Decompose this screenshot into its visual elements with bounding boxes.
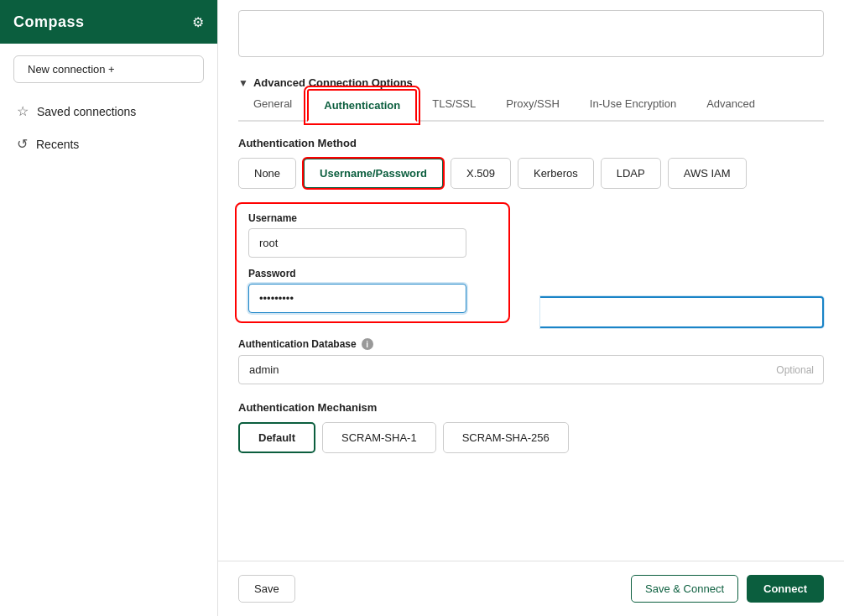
main-content: ▼ Advanced Connection Options General Au… <box>218 0 844 616</box>
auth-method-x509[interactable]: X.509 <box>451 158 511 189</box>
auth-database-label-row: Authentication Database i <box>238 338 824 350</box>
auth-method-ldap[interactable]: LDAP <box>601 158 661 189</box>
recents-icon: ↺ <box>17 136 28 152</box>
tab-authentication[interactable]: Authentication <box>307 89 417 122</box>
app-title: Compass <box>13 13 85 31</box>
sidebar-item-saved-connections[interactable]: ☆ Saved connections <box>0 95 217 128</box>
credentials-highlight-box: Username Password <box>238 206 507 320</box>
password-input[interactable] <box>248 284 466 313</box>
sidebar-item-label: Saved connections <box>37 105 136 118</box>
password-label: Password <box>248 268 497 279</box>
tab-proxy-ssh[interactable]: Proxy/SSH <box>491 89 575 122</box>
auth-method-section: Authentication Method None Username/Pass… <box>238 137 824 189</box>
auth-database-input[interactable] <box>238 355 824 384</box>
saved-connections-icon: ☆ <box>17 103 29 119</box>
auth-method-kerberos[interactable]: Kerberos <box>518 158 594 189</box>
tab-advanced[interactable]: Advanced <box>691 89 770 122</box>
auth-mech-scram-sha-1[interactable]: SCRAM-SHA-1 <box>322 422 436 453</box>
auth-method-buttons: None Username/Password X.509 Kerberos LD… <box>238 158 824 189</box>
username-input[interactable] <box>248 228 466 258</box>
auth-mechanism-label: Authentication Mechanism <box>238 401 824 414</box>
auth-method-none[interactable]: None <box>238 158 296 189</box>
sidebar: Compass ⚙ New connection + ☆ Saved conne… <box>0 0 218 616</box>
auth-database-info-icon[interactable]: i <box>362 338 373 350</box>
sidebar-item-label: Recents <box>36 138 79 151</box>
password-field-right-extension <box>540 296 824 328</box>
footer: Save Save & Connect Connect <box>218 561 844 616</box>
password-field-group: Password <box>248 268 497 313</box>
auth-mech-default[interactable]: Default <box>238 422 315 453</box>
auth-database-label: Authentication Database <box>238 338 357 350</box>
footer-right-buttons: Save & Connect Connect <box>631 575 824 603</box>
connection-tabs: General Authentication TLS/SSL Proxy/SSH… <box>238 89 824 122</box>
auth-mechanism-buttons: Default SCRAM-SHA-1 SCRAM-SHA-256 <box>238 422 824 453</box>
auth-method-aws-iam[interactable]: AWS IAM <box>668 158 747 189</box>
save-button[interactable]: Save <box>238 575 295 603</box>
auth-database-input-wrap: Optional <box>238 355 824 384</box>
tab-in-use-encryption[interactable]: In-Use Encryption <box>575 89 691 122</box>
advanced-toggle[interactable]: ▼ Advanced Connection Options <box>238 70 824 89</box>
tab-tls-ssl[interactable]: TLS/SSL <box>417 89 491 122</box>
auth-mechanism-section: Authentication Mechanism Default SCRAM-S… <box>238 401 824 453</box>
username-field-group: Username <box>248 212 497 258</box>
password-field-extension <box>540 296 824 328</box>
connect-button[interactable]: Connect <box>747 575 824 603</box>
advanced-toggle-label: Advanced Connection Options <box>253 76 413 89</box>
auth-mech-scram-sha-256[interactable]: SCRAM-SHA-256 <box>443 422 569 453</box>
auth-method-label: Authentication Method <box>238 137 824 149</box>
tab-general[interactable]: General <box>238 89 307 122</box>
save-connect-button[interactable]: Save & Connect <box>631 575 738 603</box>
auth-method-username-password[interactable]: Username/Password <box>303 158 444 189</box>
uri-input[interactable] <box>238 10 824 57</box>
sidebar-item-recents[interactable]: ↺ Recents <box>0 128 217 160</box>
username-label: Username <box>248 212 497 224</box>
gear-icon[interactable]: ⚙ <box>192 14 204 30</box>
new-connection-button[interactable]: New connection + <box>13 55 204 83</box>
auth-database-section: Authentication Database i Optional <box>238 338 824 384</box>
chevron-down-icon: ▼ <box>238 77 248 89</box>
sidebar-header: Compass ⚙ <box>0 0 217 44</box>
